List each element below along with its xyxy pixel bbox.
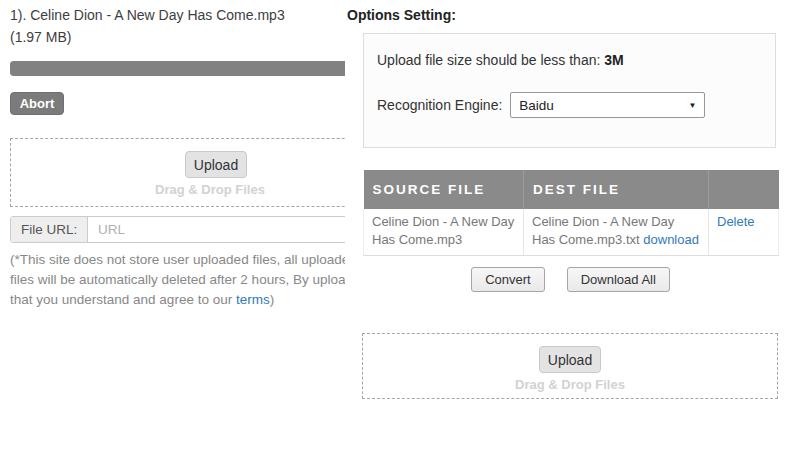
action-button-row: Convert Download All xyxy=(363,267,778,292)
header-dest-file: DEST FILE xyxy=(524,170,709,209)
page: 1). Celine Dion - A New Day Has Come.mp3… xyxy=(0,0,800,452)
download-link[interactable]: download xyxy=(643,232,699,247)
convert-button[interactable]: Convert xyxy=(471,267,545,292)
disclaimer-line-1: (*This site does not store user uploaded… xyxy=(10,250,350,270)
options-panel: Upload file size should be less than: 3M… xyxy=(363,33,776,148)
recognition-engine-select[interactable]: Baidu ▼ xyxy=(510,92,705,118)
dest-file-cell: Celine Dion - A New Day Has Come.mp3.txt… xyxy=(524,209,709,256)
download-all-button[interactable]: Download All xyxy=(567,267,670,292)
drag-drop-zone-bottom[interactable]: Upload Drag & Drop Files xyxy=(362,333,778,399)
recognition-engine-row: Recognition Engine: Baidu ▼ xyxy=(377,92,705,118)
options-column: Options Setting: Upload file size should… xyxy=(345,0,800,452)
upload-progress-fill xyxy=(10,61,350,76)
recognition-engine-selected-value: Baidu xyxy=(519,98,554,113)
disclaimer-line-2: files will be automatically deleted afte… xyxy=(10,270,350,290)
uploaded-file-size: (1.97 MB) xyxy=(10,29,71,45)
delete-link[interactable]: Delete xyxy=(717,214,755,229)
header-source-file: SOURCE FILE xyxy=(364,170,524,209)
size-limit-value: 3M xyxy=(604,52,623,68)
table-header-row: SOURCE FILE DEST FILE xyxy=(364,170,779,209)
terms-link[interactable]: terms xyxy=(236,292,270,307)
drag-drop-hint-left: Drag & Drop Files xyxy=(11,182,350,197)
upload-progress-bar xyxy=(10,61,350,76)
upload-column: 1). Celine Dion - A New Day Has Come.mp3… xyxy=(0,0,350,452)
upload-button-bottom[interactable]: Upload xyxy=(539,346,601,373)
header-actions xyxy=(709,170,779,209)
delete-cell: Delete xyxy=(709,209,779,256)
drag-drop-hint-bottom: Drag & Drop Files xyxy=(363,377,777,392)
size-limit-text: Upload file size should be less than: 3M xyxy=(377,52,624,68)
uploaded-file-title: 1). Celine Dion - A New Day Has Come.mp3 xyxy=(10,7,285,23)
file-url-input[interactable] xyxy=(88,217,350,242)
source-file-cell: Celine Dion - A New Day Has Come.mp3 xyxy=(364,209,524,256)
upload-button-left[interactable]: Upload xyxy=(185,151,247,178)
disclaimer-line-3: that you understand and agree to our ter… xyxy=(10,290,350,310)
conversion-results-table: SOURCE FILE DEST FILE Celine Dion - A Ne… xyxy=(363,170,779,256)
table-row: Celine Dion - A New Day Has Come.mp3 Cel… xyxy=(364,209,779,256)
recognition-engine-label: Recognition Engine: xyxy=(377,97,502,113)
abort-button[interactable]: Abort xyxy=(10,92,64,115)
disclaimer-text: (*This site does not store user uploaded… xyxy=(10,250,350,310)
file-url-label: File URL: xyxy=(11,217,88,242)
file-url-group: File URL: xyxy=(10,216,350,243)
dropdown-arrow-icon: ▼ xyxy=(688,101,696,110)
drag-drop-zone-left[interactable]: Upload Drag & Drop Files xyxy=(10,138,350,207)
options-setting-heading: Options Setting: xyxy=(347,7,456,23)
